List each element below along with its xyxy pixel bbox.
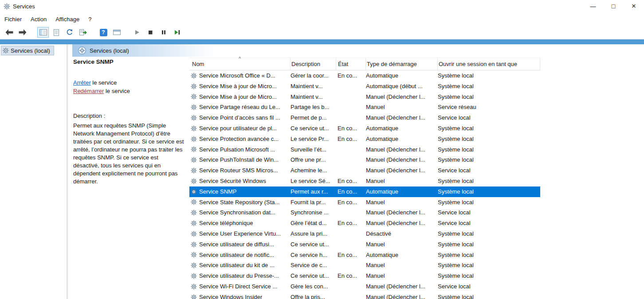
stop-service-link[interactable]: Arrêter bbox=[73, 79, 91, 86]
service-name-text: Service utilisateur du Presse-... bbox=[199, 271, 279, 281]
cell-service-name: Service Windows Insider bbox=[189, 292, 291, 299]
tree-item-label: Services (local) bbox=[11, 47, 50, 54]
description-label: Description : bbox=[73, 112, 188, 120]
services-node-icon bbox=[3, 47, 9, 54]
cell-description: Maintient v... bbox=[291, 81, 336, 92]
service-name-text: Service Synchronisation dat... bbox=[199, 207, 275, 218]
service-gear-icon bbox=[191, 273, 197, 279]
menu-help[interactable]: ? bbox=[84, 12, 96, 26]
service-list: Nom ^ Description État Type de démarrage… bbox=[189, 58, 644, 299]
table-row[interactable]: Service pour utilisateur de pl...Ce serv… bbox=[189, 123, 540, 134]
pane-splitter-line bbox=[67, 44, 68, 299]
cell-logon-as: Système local bbox=[438, 271, 540, 281]
window-view-icon bbox=[113, 29, 121, 35]
cell-startup-type: Désactivé bbox=[366, 229, 438, 239]
table-row[interactable]: Service State Repository (Sta...Fournit … bbox=[189, 197, 540, 208]
service-gear-icon bbox=[191, 252, 197, 258]
restart-service-button[interactable] bbox=[171, 27, 183, 38]
table-row[interactable]: Service Windows InsiderOffre la pris...M… bbox=[189, 292, 540, 299]
cell-service-name: Service Synchronisation dat... bbox=[189, 207, 291, 218]
column-header-ouvrir-session[interactable]: Ouvrir une session en tant que bbox=[438, 58, 540, 70]
cell-logon-as: Système local bbox=[438, 229, 540, 239]
extended-view-panel: Service SNMP Arrêter le service Redémarr… bbox=[73, 58, 188, 186]
cell-service-name: Service SNMP bbox=[189, 186, 291, 197]
table-row[interactable]: Service Mise à jour de Micro...Maintient… bbox=[189, 92, 540, 102]
table-row[interactable]: Service Routeur SMS Micros...Achemine le… bbox=[189, 165, 540, 176]
table-row[interactable]: Service Microsoft Office « D...Gérer la … bbox=[189, 70, 540, 81]
cell-startup-type: Automatique bbox=[366, 70, 438, 81]
table-row[interactable]: Service utilisateur de diffusi...Ce serv… bbox=[189, 239, 540, 250]
cell-state: En co... bbox=[336, 123, 366, 134]
cell-description: Partage les b... bbox=[291, 102, 336, 113]
table-row[interactable]: Service Point d’accès sans fil ...Permet… bbox=[189, 113, 540, 123]
cell-service-name: Service utilisateur de diffusi... bbox=[189, 239, 291, 250]
table-row[interactable]: Service SNMPPermet aux r...En co...Autom… bbox=[189, 186, 540, 197]
stop-link-suffix: le service bbox=[91, 79, 117, 86]
maximize-button[interactable]: □ bbox=[603, 0, 624, 12]
column-header-description[interactable]: Description bbox=[291, 58, 336, 70]
cell-startup-type: Manuel bbox=[366, 260, 438, 271]
show-console-tree-button[interactable] bbox=[37, 27, 49, 38]
help-button[interactable]: ? bbox=[98, 27, 109, 38]
table-row[interactable]: Service Protection avancée c...Le servic… bbox=[189, 134, 540, 144]
cell-startup-type: Manuel bbox=[366, 176, 438, 186]
table-row[interactable]: Service Pulsation Microsoft ...Surveille… bbox=[189, 144, 540, 155]
cell-description: Le service Pr... bbox=[291, 134, 336, 144]
table-row[interactable]: Service Sécurité WindowsLe service Sé...… bbox=[189, 176, 540, 186]
column-header-nom[interactable]: Nom ^ bbox=[189, 58, 291, 70]
cell-description: Surveille l’ét... bbox=[291, 144, 336, 155]
menu-affichage[interactable]: Affichage bbox=[51, 12, 84, 26]
stop-service-button[interactable] bbox=[145, 27, 156, 38]
forward-arrow-icon bbox=[19, 29, 27, 35]
forward-button[interactable] bbox=[17, 27, 28, 38]
cell-logon-as: Service local bbox=[438, 218, 540, 229]
back-button[interactable] bbox=[4, 27, 15, 38]
cell-description: Offre une pr... bbox=[291, 155, 336, 165]
table-row[interactable]: Service Synchronisation dat...Synchronis… bbox=[189, 207, 540, 218]
close-button[interactable]: × bbox=[624, 0, 644, 12]
cell-description: Gère les con... bbox=[291, 281, 336, 292]
cell-logon-as: Système local bbox=[438, 70, 540, 81]
cell-state: En co... bbox=[336, 218, 366, 229]
column-header-type-demarrage[interactable]: Type de démarrage bbox=[366, 58, 438, 70]
service-name-text: Service Wi-Fi Direct Service ... bbox=[199, 281, 277, 292]
pane-splitter[interactable] bbox=[67, 44, 67, 299]
extended-view-button[interactable] bbox=[111, 27, 122, 38]
service-gear-icon bbox=[191, 157, 197, 163]
table-row[interactable]: Service PushToInstall de Win...Offre une… bbox=[189, 155, 540, 165]
table-row[interactable]: Service téléphoniqueGère l’état d...En c… bbox=[189, 218, 540, 229]
start-service-button[interactable] bbox=[131, 27, 143, 38]
window-controls: — □ × bbox=[583, 0, 644, 12]
table-row[interactable]: Service utilisateur du kit de ...Service… bbox=[189, 260, 540, 271]
restart-service-link[interactable]: Redémarrer bbox=[73, 88, 104, 94]
service-name-text: Service Microsoft Office « D... bbox=[199, 70, 275, 81]
menu-fichier[interactable]: Fichier bbox=[0, 12, 26, 26]
cell-logon-as: Système local bbox=[438, 250, 540, 260]
cell-description: Gère l’état d... bbox=[291, 218, 336, 229]
refresh-button[interactable] bbox=[64, 27, 75, 38]
service-gear-icon bbox=[191, 199, 197, 205]
minimize-button[interactable]: — bbox=[583, 0, 603, 12]
tree-item-services-local[interactable]: Services (local) bbox=[1, 46, 54, 55]
export-list-button[interactable] bbox=[77, 27, 89, 38]
cell-state: En co... bbox=[336, 134, 366, 144]
cell-startup-type: Manuel (Déclencher l... bbox=[366, 92, 438, 102]
cell-state: En co... bbox=[336, 271, 366, 281]
table-row[interactable]: Service Partage réseau du Le...Partage l… bbox=[189, 102, 540, 113]
table-row[interactable]: Service Wi-Fi Direct Service ...Gère les… bbox=[189, 281, 540, 292]
table-row[interactable]: Service Mise à jour de Micro...Maintient… bbox=[189, 81, 540, 92]
menu-action[interactable]: Action bbox=[26, 12, 51, 26]
table-row[interactable]: Service utilisateur du Presse-...Ce serv… bbox=[189, 271, 540, 281]
service-gear-icon bbox=[191, 220, 197, 226]
service-name-text: Service Mise à jour de Micro... bbox=[199, 81, 277, 92]
table-row[interactable]: Service User Experience Virtu...Assure l… bbox=[189, 229, 540, 239]
column-header-etat[interactable]: État bbox=[336, 58, 366, 70]
cell-description: Maintient v... bbox=[291, 92, 336, 102]
table-row[interactable]: Service utilisateur de notific...Ce serv… bbox=[189, 250, 540, 260]
cell-state: En co... bbox=[336, 186, 366, 197]
pause-service-button[interactable] bbox=[158, 27, 169, 38]
cell-description: Gérer la coor... bbox=[291, 70, 336, 81]
properties-button[interactable] bbox=[51, 27, 62, 38]
service-name-text: Service pour utilisateur de pl... bbox=[199, 123, 277, 134]
cell-service-name: Service Partage réseau du Le... bbox=[189, 102, 291, 113]
